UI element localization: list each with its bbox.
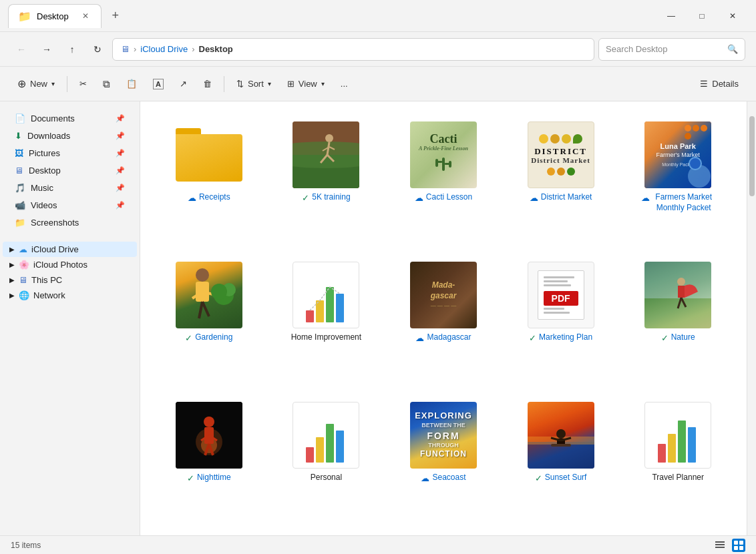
svg-rect-9 [442,158,445,171]
network-icon: 🌐 [19,290,29,300]
maximize-button[interactable]: □ [687,5,717,27]
search-bar[interactable]: Search Desktop 🔍 [598,38,745,61]
file-item-5ktraining[interactable]: ✓ 5K training [271,115,382,248]
refresh-button[interactable]: ↻ [87,39,108,60]
file-name-home-improvement: Home Improvement [291,332,361,343]
file-thumb-madagascar: Mada- gascar — — — — [410,262,477,328]
file-name-receipts: Receipts [199,192,230,203]
share-button[interactable]: ↗ [173,73,194,95]
file-thumb-nighttime [176,402,242,469]
cut-button[interactable]: ✂ [73,73,93,95]
document-icon: 📄 [15,113,25,123]
file-name-personal: Personal [311,473,342,483]
toolbar: ⊕ New ▾ ✂ ⧉ 📋 A ↗ 🗑 ⇅ Sort ▾ ⊞ View ▾ ..… [0,67,756,101]
file-label-travel: Travel Planner [652,473,704,483]
breadcrumb[interactable]: 🖥 › iCloud Drive › Desktop [112,38,594,61]
svg-rect-57 [678,421,686,463]
view-button[interactable]: ⊞ View ▾ [280,73,331,95]
sidebar-item-documents[interactable]: 📄 Documents 📌 [4,110,136,127]
sidebar-item-videos[interactable]: 📹 Videos 📌 [4,197,136,214]
svg-rect-44 [306,447,314,463]
file-item-nighttime[interactable]: ✓ Nighttime [154,395,264,529]
svg-rect-13 [449,161,451,168]
tab-close-button[interactable]: ✕ [79,10,91,22]
svg-rect-64 [734,546,738,550]
close-button[interactable]: ✕ [717,5,748,27]
list-view-icon[interactable] [713,539,727,552]
breadcrumb-item-2: Desktop [199,44,233,54]
file-item-district[interactable]: DISTRICT District Market ☁ District Mark… [506,115,616,248]
sidebar-item-screenshots[interactable]: 📁 Screenshots [4,214,136,231]
new-button[interactable]: ⊕ New ▾ [11,73,61,95]
sidebar-item-network[interactable]: ▶ 🌐 Network [0,288,140,303]
active-tab[interactable]: 📁 Desktop ✕ [8,4,102,28]
check-sync-icon-nature: ✓ [661,333,669,344]
svg-rect-30 [644,298,711,328]
file-label-personal: Personal [311,473,342,483]
file-item-gardening[interactable]: ✓ Gardening [154,255,264,388]
scrollbar-thumb[interactable] [749,116,755,196]
more-button[interactable]: ... [334,73,355,95]
file-item-seacoast[interactable]: EXPLORING BETWEEN THE FORM THROUGH FUNCT… [388,395,499,529]
file-item-home-improvement[interactable]: Home Improvement [271,255,382,388]
minimize-button[interactable]: — [656,5,687,27]
svg-point-50 [556,429,566,439]
sidebar-item-downloads[interactable]: ⬇ Downloads 📌 [4,127,136,144]
sidebar-section-icloud: ▶ ☁ iCloud Drive ▶ 🌸 iCloud Photos ▶ 🖥 T… [0,242,140,303]
new-label: New [30,79,47,89]
file-name-madagascar: Madagascar [427,332,471,343]
sidebar-item-music[interactable]: 🎵 Music 📌 [4,180,136,196]
sidebar-item-desktop[interactable]: 🖥 Desktop 📌 [4,162,136,179]
file-item-madagascar[interactable]: Mada- gascar — — — — ☁ Madagascar [388,255,499,388]
view-icon: ⊞ [287,79,295,89]
forward-button[interactable]: → [36,39,57,60]
svg-rect-60 [715,544,725,545]
svg-point-38 [204,417,214,427]
file-item-marketing[interactable]: PDF ✓ Marketing Plan [506,255,616,388]
file-thumb-sunset [528,402,594,469]
up-button[interactable]: ↑ [61,39,83,60]
paste-button[interactable]: 📋 [120,73,144,95]
delete-button[interactable]: 🗑 [196,73,218,95]
sidebar-item-icloud-photos[interactable]: ▶ 🌸 iCloud Photos [0,257,140,272]
expand-icon-icloud: ▶ [9,246,15,253]
cloud-sync-icon: ☁ [188,193,196,204]
file-item-cacti[interactable]: Cacti A Prickle-Fine Lesson ☁ [388,115,499,248]
file-label-district: ☁ District Market [530,192,592,204]
file-label-nighttime: ✓ Nighttime [187,473,231,485]
file-name-cacti: Cacti Lesson [426,192,472,203]
this-pc-icon: 🖥 [19,275,27,285]
pin-icon-documents: 📌 [116,114,125,123]
back-button[interactable]: ← [11,39,32,60]
sidebar-label-icloud-drive: iCloud Drive [31,244,79,254]
file-item-receipts[interactable]: ☁ Receipts [154,115,264,248]
new-plus-icon: ⊕ [17,77,26,90]
copy-button[interactable]: ⧉ [96,73,117,95]
rename-button[interactable]: A [146,73,170,95]
grid-view-icon[interactable] [732,539,745,552]
sidebar-label-pictures: Pictures [29,148,60,158]
search-placeholder: Search Desktop [606,44,722,54]
details-button[interactable]: ☰ Details [693,73,745,95]
file-item-farmers[interactable]: Luna Park Farmer's Market Monthly Packet [622,115,733,248]
file-item-travel[interactable]: Travel Planner [622,395,733,529]
file-item-nature[interactable]: ✓ Nature [622,255,733,388]
svg-rect-61 [715,547,725,548]
svg-rect-28 [336,294,344,322]
breadcrumb-item-1[interactable]: iCloud Drive [140,44,188,54]
file-name-marketing: Marketing Plan [539,332,592,343]
svg-rect-25 [306,310,314,322]
scrollbar[interactable] [747,101,756,535]
navbar: ← → ↑ ↻ 🖥 › iCloud Drive › Desktop Searc… [0,32,756,67]
sidebar-item-pictures[interactable]: 🖼 Pictures 📌 [4,145,136,162]
sort-button[interactable]: ⇅ Sort ▾ [230,73,278,95]
sidebar-item-this-pc[interactable]: ▶ 🖥 This PC [0,272,140,288]
add-tab-button[interactable]: + [106,6,126,26]
file-item-sunset[interactable]: ✓ Sunset Surf [506,395,616,529]
tab-folder-icon: 📁 [18,10,31,23]
sidebar-item-icloud-drive[interactable]: ▶ ☁ iCloud Drive [3,242,137,257]
file-item-personal[interactable]: Personal [271,395,382,529]
file-name-district: District Market [541,192,592,203]
svg-line-18 [199,302,202,318]
file-thumb-farmers: Luna Park Farmer's Market Monthly Packet [644,121,711,188]
